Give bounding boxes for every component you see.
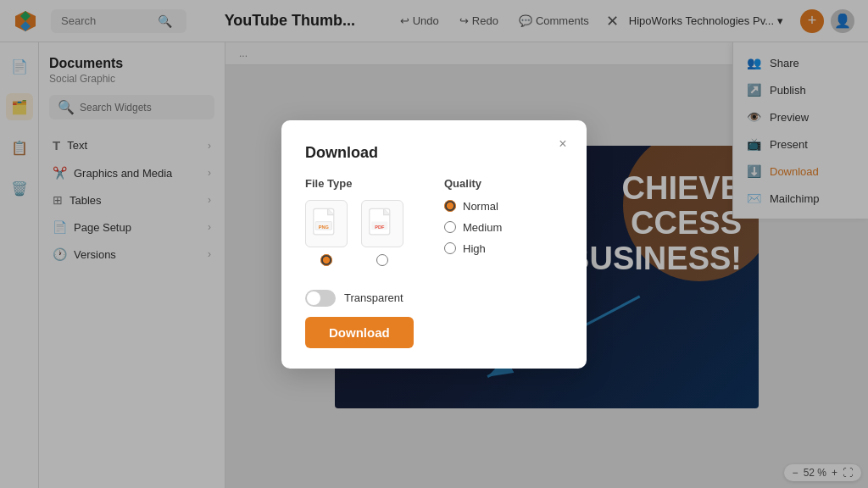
modal-title: Download	[305, 144, 563, 162]
file-type-label: File Type	[305, 177, 424, 190]
file-type-section: File Type PNG	[305, 177, 424, 273]
download-button[interactable]: Download	[305, 317, 414, 348]
pdf-icon: PDF	[361, 200, 403, 247]
normal-radio[interactable]	[444, 200, 456, 212]
medium-label: Medium	[463, 221, 502, 234]
svg-text:PDF: PDF	[375, 224, 385, 229]
transparent-label: Transparent	[344, 291, 403, 304]
file-type-png[interactable]: PNG	[305, 200, 348, 266]
quality-high[interactable]: High	[444, 242, 563, 255]
modal-body: File Type PNG	[305, 177, 563, 273]
file-type-pdf[interactable]: PDF	[361, 200, 403, 266]
modal-overlay: Download × File Type	[0, 0, 868, 488]
transparent-row: Transparent	[305, 290, 563, 307]
high-label: High	[463, 242, 486, 255]
transparent-toggle[interactable]	[305, 290, 336, 307]
quality-options: Normal Medium High	[444, 200, 563, 255]
png-icon: PNG	[305, 200, 348, 247]
modal-footer: Transparent Download	[305, 290, 563, 348]
normal-label: Normal	[463, 200, 498, 213]
modal-close-button[interactable]: ×	[553, 134, 573, 154]
quality-section: Quality Normal Medium High	[444, 177, 563, 273]
medium-radio[interactable]	[444, 221, 456, 233]
pdf-radio[interactable]	[376, 254, 388, 266]
high-radio[interactable]	[444, 242, 456, 254]
png-radio[interactable]	[320, 254, 332, 266]
quality-medium[interactable]: Medium	[444, 221, 563, 234]
file-type-options: PNG PDF	[305, 200, 424, 266]
quality-normal[interactable]: Normal	[444, 200, 563, 213]
download-modal: Download × File Type	[281, 120, 587, 369]
svg-text:PNG: PNG	[319, 224, 329, 229]
quality-label: Quality	[444, 177, 563, 190]
toggle-slider	[305, 290, 336, 307]
